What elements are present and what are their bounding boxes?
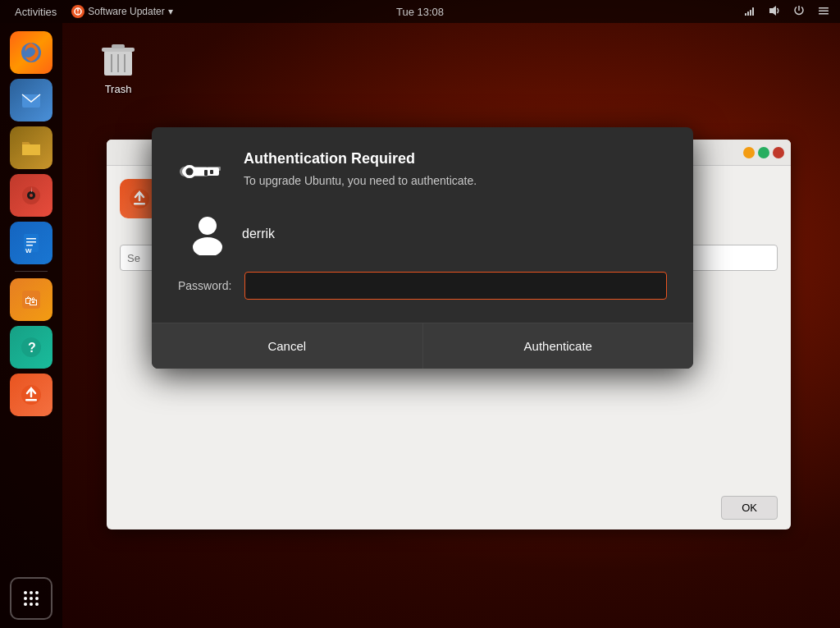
svg-rect-8 <box>819 7 829 9</box>
bg-window-max-button[interactable] <box>758 147 769 158</box>
svg-point-31 <box>30 597 33 600</box>
svg-point-59 <box>199 217 217 235</box>
password-label: Password: <box>178 279 231 292</box>
svg-point-2 <box>77 12 79 14</box>
svg-text:?: ? <box>28 341 36 355</box>
svg-rect-17 <box>26 238 36 240</box>
svg-point-60 <box>193 237 222 255</box>
auth-header-text: Authentication Required To upgrade Ubunt… <box>244 150 477 187</box>
svg-rect-10 <box>819 13 829 15</box>
user-avatar <box>186 213 229 255</box>
svg-point-28 <box>30 591 33 594</box>
bg-ok-button[interactable]: OK <box>721 496 778 520</box>
dock-item-rhythmbox[interactable] <box>10 174 52 217</box>
svg-point-33 <box>24 603 27 606</box>
dock: W 🛍 ? <box>0 23 62 628</box>
clock[interactable]: Tue 13:08 <box>396 6 444 18</box>
app-menu-arrow: ▾ <box>168 6 173 17</box>
trash-desktop-icon[interactable]: Trash <box>97 37 139 95</box>
power-icon[interactable] <box>789 4 809 20</box>
dock-item-files[interactable] <box>10 126 52 169</box>
network-icon[interactable] <box>740 4 760 20</box>
password-input[interactable] <box>244 272 667 300</box>
svg-rect-18 <box>26 241 36 243</box>
auth-dialog-subtitle: To upgrade Ubuntu, you need to authentic… <box>244 174 477 187</box>
bg-window-min-button[interactable] <box>743 147 755 158</box>
svg-rect-26 <box>25 399 37 401</box>
auth-username: derrik <box>242 227 275 241</box>
svg-point-52 <box>186 168 194 176</box>
svg-point-30 <box>24 597 27 600</box>
svg-rect-38 <box>112 44 125 48</box>
auth-header: Authentication Required To upgrade Ubunt… <box>178 150 667 193</box>
dock-item-help[interactable]: ? <box>10 326 52 369</box>
dock-separator <box>15 271 48 272</box>
svg-point-29 <box>35 591 39 594</box>
app-menu[interactable]: Software Updater ▾ <box>65 5 179 18</box>
svg-point-32 <box>35 597 39 600</box>
auth-dialog-footer: Cancel Authenticate <box>152 323 693 369</box>
key-icon <box>178 154 227 193</box>
svg-rect-57 <box>204 170 208 176</box>
svg-text:W: W <box>25 247 32 254</box>
svg-rect-58 <box>210 170 213 174</box>
svg-rect-9 <box>819 10 829 11</box>
svg-rect-43 <box>134 203 145 205</box>
svg-point-34 <box>30 603 33 606</box>
auth-dialog: Authentication Required To upgrade Ubunt… <box>152 127 693 369</box>
activities-button[interactable]: Activities <box>7 0 65 23</box>
dock-item-software-updater[interactable] <box>10 374 52 416</box>
auth-dialog-body: Authentication Required To upgrade Ubunt… <box>152 127 693 323</box>
system-menu-icon[interactable] <box>814 4 833 20</box>
dock-item-thunderbird[interactable] <box>10 79 52 121</box>
auth-password-row: Password: <box>178 272 667 300</box>
dock-item-ubuntu-software[interactable]: 🛍 <box>10 278 52 321</box>
app-menu-label: Software Updater <box>88 6 164 17</box>
svg-point-27 <box>24 591 27 594</box>
top-panel: Activities Software Updater ▾ Tue 13:08 <box>0 0 840 23</box>
dock-item-app-grid[interactable] <box>10 577 52 620</box>
svg-point-35 <box>35 603 39 606</box>
svg-rect-5 <box>750 10 751 16</box>
software-updater-icon <box>71 5 84 18</box>
svg-marker-7 <box>769 6 776 16</box>
svg-text:🛍: 🛍 <box>25 294 38 308</box>
authenticate-button[interactable]: Authenticate <box>423 323 694 369</box>
cancel-button[interactable]: Cancel <box>152 323 423 369</box>
dock-item-firefox[interactable] <box>10 31 52 74</box>
volume-icon[interactable] <box>765 4 784 20</box>
svg-rect-4 <box>747 11 749 16</box>
svg-rect-3 <box>745 13 746 16</box>
bg-window-close-button[interactable] <box>773 147 784 158</box>
svg-rect-19 <box>26 245 33 246</box>
svg-point-15 <box>30 194 33 197</box>
svg-rect-6 <box>752 7 754 16</box>
auth-dialog-title: Authentication Required <box>244 150 477 167</box>
dock-item-libreoffice[interactable]: W <box>10 222 52 264</box>
trash-label: Trash <box>105 83 132 95</box>
trash-icon <box>97 37 139 80</box>
auth-user-row: derrik <box>178 213 667 255</box>
